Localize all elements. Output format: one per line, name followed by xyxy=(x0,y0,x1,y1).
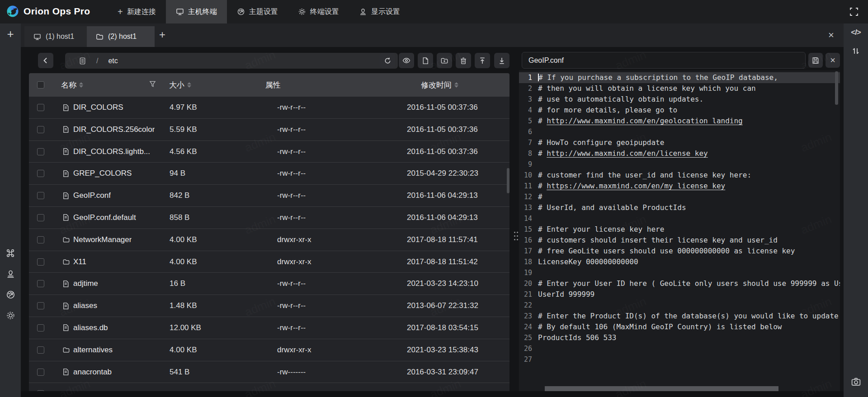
sort-arrows-icon[interactable] xyxy=(187,82,191,88)
fullscreen-icon xyxy=(849,7,859,17)
menu-host-terminal[interactable]: 主机终端 xyxy=(166,0,227,23)
file-mtime: 2016-11-05 00:37:36 xyxy=(407,141,478,163)
code-editor[interactable]: 1# If you purchase a subscription to the… xyxy=(519,70,840,391)
file-size: 4.56 KB xyxy=(170,141,197,163)
line-text: # HowTo configure geoipupdate xyxy=(538,138,664,147)
preview-button[interactable] xyxy=(399,53,414,68)
file-size: 4.97 KB xyxy=(170,97,197,118)
row-checkbox[interactable] xyxy=(37,302,44,309)
editor-close-button[interactable]: × xyxy=(826,53,840,68)
tab-host1-terminal[interactable]: (1) host1 xyxy=(24,26,87,47)
editor-line: 3# use to automatically obtain updates. xyxy=(519,94,840,105)
file-size: 5.59 KB xyxy=(170,119,197,140)
editor-horizontal-scrollbar[interactable] xyxy=(545,386,778,391)
filter-funnel-icon[interactable] xyxy=(149,80,156,88)
row-checkbox[interactable] xyxy=(37,236,44,243)
new-tab-button[interactable]: + xyxy=(159,29,165,41)
sort-arrows-icon[interactable] xyxy=(454,82,458,88)
download-button[interactable] xyxy=(494,53,509,68)
file-row[interactable]: GeoIP.conf.default 858 B -rw-r--r-- 2016… xyxy=(29,207,509,229)
rail-theme-button[interactable] xyxy=(0,290,21,299)
screenshot-button[interactable] xyxy=(844,377,868,387)
fullscreen-button[interactable] xyxy=(848,6,860,18)
editor-toggle-button[interactable]: </> xyxy=(844,28,868,37)
file-row[interactable]: NetworkManager 4.00 KB drwxr-xr-x 2017-0… xyxy=(29,229,509,251)
file-attrs: -rw-r--r-- xyxy=(277,273,306,294)
file-row[interactable]: anacrontab 541 B -rw------- 2016-03-31 2… xyxy=(29,361,509,383)
line-number: 14 xyxy=(519,213,532,224)
editor-line: 14 xyxy=(519,213,840,224)
select-all-checkbox[interactable] xyxy=(37,81,44,89)
file-row[interactable]: adjtime 16 B -rw-r--r-- 2021-03-23 14:23… xyxy=(29,273,509,295)
refresh-button[interactable] xyxy=(380,53,395,68)
file-icon xyxy=(62,324,69,332)
new-folder-button[interactable] xyxy=(437,53,452,68)
panel-resize-handle[interactable] xyxy=(514,232,515,233)
file-list-scrollbar[interactable] xyxy=(507,168,509,193)
close-panel-button[interactable]: × xyxy=(828,30,834,41)
row-checkbox[interactable] xyxy=(37,280,44,287)
editor-line: 19 xyxy=(519,267,840,278)
back-button[interactable] xyxy=(38,53,53,68)
row-checkbox[interactable] xyxy=(37,324,44,332)
row-checkbox[interactable] xyxy=(37,148,44,155)
file-row[interactable] xyxy=(29,383,509,391)
menu-new-connection[interactable]: + 新建连接 xyxy=(108,0,166,23)
file-row[interactable]: aliases.db 12.00 KB -rw-r--r-- 2017-08-1… xyxy=(29,317,509,339)
file-name: aliases.db xyxy=(73,317,108,339)
menu-terminal-settings[interactable]: 终端设置 xyxy=(288,0,349,23)
rail-settings-button[interactable] xyxy=(0,311,21,320)
sort-arrows-icon[interactable] xyxy=(79,82,83,88)
delete-button[interactable] xyxy=(456,53,471,68)
editor-line: 12# xyxy=(519,191,840,202)
menu-theme-settings[interactable]: 主题设置 xyxy=(227,0,288,23)
new-file-icon xyxy=(422,57,429,65)
new-file-button[interactable] xyxy=(418,53,433,68)
row-checkbox[interactable] xyxy=(37,214,44,221)
editor-filename-input[interactable]: GeoIP.conf xyxy=(522,52,806,69)
line-number: 12 xyxy=(519,191,532,202)
line-number: 18 xyxy=(519,257,532,267)
header-name[interactable]: 名称 xyxy=(61,73,83,97)
rail-new-button[interactable]: + xyxy=(0,27,21,41)
line-text: # for more details, please go to xyxy=(538,106,677,114)
bottom-strip xyxy=(21,391,844,397)
file-mtime: 2016-03-31 23:09:47 xyxy=(407,361,478,383)
line-text: # then you will obtain a license key whi… xyxy=(538,84,756,93)
left-rail: + xyxy=(0,23,21,397)
row-checkbox[interactable] xyxy=(37,346,44,354)
breadcrumb[interactable]: / etc xyxy=(65,53,398,69)
file-type-icon xyxy=(62,163,69,184)
header-size[interactable]: 大小 xyxy=(169,73,191,97)
file-row[interactable]: GeoIP.conf 842 B -rw-r--r-- 2016-11-06 0… xyxy=(29,185,509,207)
line-number: 19 xyxy=(519,267,532,278)
file-name: aliases xyxy=(73,295,97,317)
row-checkbox[interactable] xyxy=(37,369,44,376)
menu-display-settings[interactable]: 显示设置 xyxy=(349,0,410,23)
file-row[interactable]: DIR_COLORS.lightb... 4.56 KB -rw-r--r-- … xyxy=(29,141,509,163)
editor-vertical-scrollbar[interactable] xyxy=(835,71,838,105)
row-checkbox[interactable] xyxy=(37,258,44,266)
save-button[interactable] xyxy=(808,53,823,68)
file-mtime: 2013-06-07 22:31:32 xyxy=(407,295,478,317)
file-row[interactable]: DIR_COLORS 4.97 KB -rw-r--r-- 2016-11-05… xyxy=(29,97,509,119)
upload-button[interactable] xyxy=(475,53,490,68)
command-shortcut-button[interactable] xyxy=(0,248,21,258)
editor-line: 23# Enter the Product ID(s) of the datab… xyxy=(519,311,840,322)
row-checkbox[interactable] xyxy=(37,192,44,199)
sort-toggle-button[interactable] xyxy=(844,46,868,56)
row-checkbox[interactable] xyxy=(37,126,44,133)
file-row[interactable]: GREP_COLORS 94 B -rw-r--r-- 2015-04-29 2… xyxy=(29,163,509,185)
file-row[interactable]: X11 4.00 KB drwxr-xr-x 2017-08-18 11:51:… xyxy=(29,251,509,273)
file-row[interactable]: DIR_COLORS.256color 5.59 KB -rw-r--r-- 2… xyxy=(29,119,509,141)
file-row[interactable]: aliases 1.48 KB -rw-r--r-- 2013-06-07 22… xyxy=(29,295,509,317)
file-row[interactable]: alternatives 4.00 KB drwxr-xr-x 2021-03-… xyxy=(29,339,509,361)
row-checkbox[interactable] xyxy=(37,104,44,111)
row-checkbox[interactable] xyxy=(37,170,44,177)
tab-host1-files[interactable]: (2) host1 xyxy=(87,26,155,47)
line-number: 25 xyxy=(519,332,532,343)
rail-display-button[interactable] xyxy=(0,269,21,279)
header-mtime[interactable]: 修改时间 xyxy=(421,73,458,97)
line-number: 10 xyxy=(519,170,532,181)
new-folder-icon xyxy=(440,57,448,65)
